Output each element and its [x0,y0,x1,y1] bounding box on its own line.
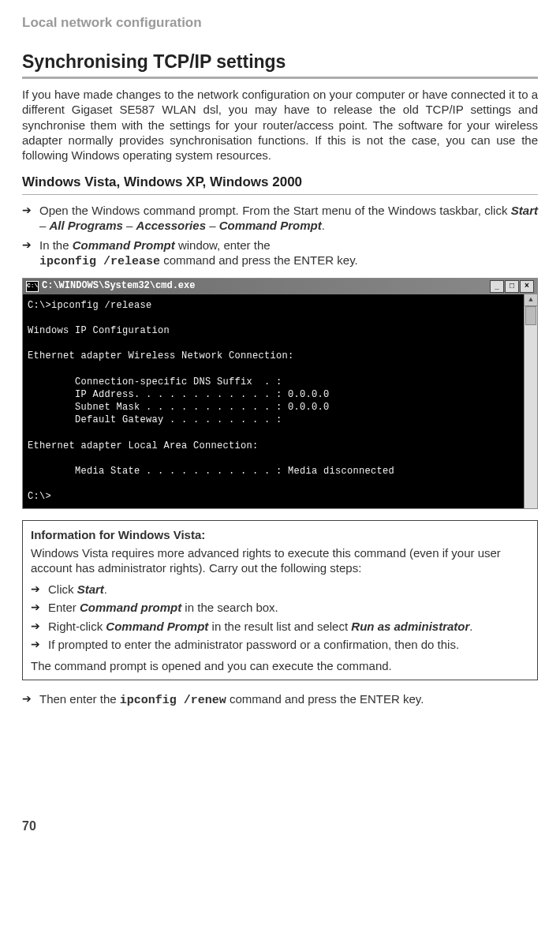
section-title: Synchronising TCP/IP settings [22,51,538,73]
info-steps: ➔ Click Start. ➔ Enter Command prompt in… [31,582,529,652]
step-2: ➔ In the Command Prompt window, enter th… [22,238,538,269]
info-box-outro: The command prompt is opened and you can… [31,658,529,673]
final-step: ➔ Then enter the ipconfig /renew command… [22,691,538,708]
info-box: Information for Windows Vista: Windows V… [22,520,538,681]
final-step-list: ➔ Then enter the ipconfig /renew command… [22,691,538,708]
arrow-icon: ➔ [31,600,48,615]
page-number: 70 [22,818,538,834]
minimize-button[interactable]: _ [490,280,504,293]
arrow-icon: ➔ [22,238,39,269]
info-box-title: Information for Windows Vista: [31,527,529,542]
step-2-text: In the Command Prompt window, enter the … [39,238,538,269]
cmd-icon: C:\ [26,281,39,292]
section-rule [22,77,538,79]
info-step-4: ➔ If prompted to enter the administrator… [31,637,529,652]
close-button[interactable]: × [520,280,534,293]
arrow-icon: ➔ [22,203,39,233]
step-1: ➔ Open the Windows command prompt. From … [22,203,538,233]
arrow-icon: ➔ [31,637,48,652]
page-header: Local network configuration [22,14,538,32]
scrollbar[interactable] [524,294,537,508]
subsection-title: Windows Vista, Windows XP, Windows 2000 [22,174,538,191]
intro-paragraph: If you have made changes to the network … [22,87,538,163]
cmd-titlebar: C:\ C:\WINDOWS\System32\cmd.exe _ □ × [23,279,537,294]
command-prompt-window: C:\ C:\WINDOWS\System32\cmd.exe _ □ × C:… [22,278,538,509]
info-step-3: ➔ Right-click Command Prompt in the resu… [31,619,529,634]
cmd-output: C:\>ipconfig /release Windows IP Configu… [23,294,524,508]
cmd-title: C:\WINDOWS\System32\cmd.exe [42,280,490,292]
maximize-button[interactable]: □ [505,280,519,293]
info-step-2: ➔ Enter Command prompt in the search box… [31,600,529,615]
window-buttons: _ □ × [490,280,534,293]
info-box-intro: Windows Vista requires more advanced rig… [31,545,529,575]
arrow-icon: ➔ [31,582,48,597]
steps-main: ➔ Open the Windows command prompt. From … [22,203,538,270]
info-step-1: ➔ Click Start. [31,582,529,597]
subsection-rule [22,194,538,195]
step-1-text: Open the Windows command prompt. From th… [39,203,538,233]
arrow-icon: ➔ [22,691,39,708]
arrow-icon: ➔ [31,619,48,634]
